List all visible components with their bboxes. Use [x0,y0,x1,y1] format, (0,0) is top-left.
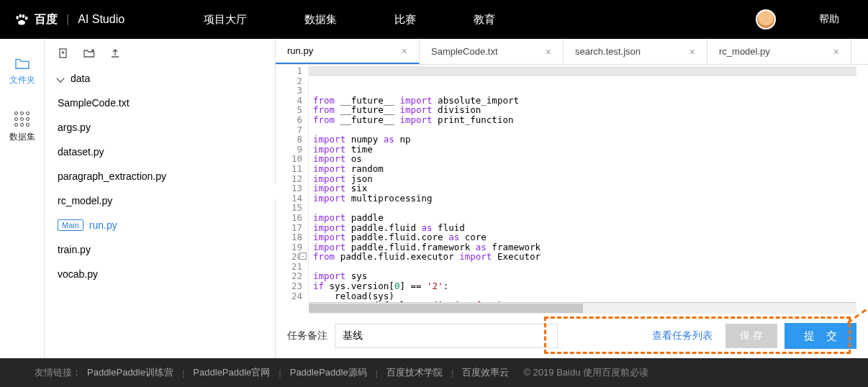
tree-file[interactable]: paragraph_extraction.py [58,164,262,188]
close-icon[interactable]: × [402,45,407,57]
nav-datasets[interactable]: 数据集 [304,13,337,27]
left-rail: 文件夹 数据集 [0,39,45,358]
submit-button[interactable]: 提 交 [785,323,856,349]
file-tree: data SampleCode.txt args.py dataset.py p… [45,66,275,286]
header: 百度 | AI Studio 项目大厅 数据集 比赛 教育 帮助 [0,0,868,39]
save-button[interactable]: 保 存 [725,324,777,348]
close-icon[interactable]: × [546,46,551,58]
code-content[interactable]: from __future__ import absolute_importfr… [309,65,868,302]
editor-area: ◀ run.py× SampleCode.txt× search.test.js… [275,39,868,358]
logo-studio-text: AI Studio [78,13,125,26]
footer-link[interactable]: PaddlePaddle源码 [290,366,367,379]
tree-file[interactable]: args.py [58,115,262,140]
tree-file[interactable]: rc_model.py [58,188,262,213]
view-tasks-link[interactable]: 查看任务列表 [646,329,718,342]
new-folder-icon[interactable] [83,47,95,59]
nav-projects[interactable]: 项目大厅 [204,13,247,27]
nav-education[interactable]: 教育 [474,13,495,27]
upload-icon[interactable] [109,47,121,59]
close-icon[interactable]: × [833,46,839,58]
file-sidebar: data SampleCode.txt args.py dataset.py p… [45,39,275,358]
baidu-paw-icon [14,13,29,26]
editor-tabs: run.py× SampleCode.txt× search.test.json… [276,39,868,65]
footer-link[interactable]: PaddlePaddle官网 [193,366,270,379]
tab-samplecode[interactable]: SampleCode.txt× [420,39,564,64]
scrollbar-thumb[interactable] [309,304,583,313]
tree-file[interactable]: dataset.py [58,140,262,164]
close-icon[interactable]: × [690,46,695,58]
footer-link[interactable]: PaddlePaddle训练营 [87,366,173,379]
footer-link[interactable]: 百度技术学院 [386,366,443,379]
logo-divider: | [66,13,69,26]
footer-copyright: © 2019 Baidu 使用百度前必读 [523,366,648,379]
grid-icon [14,111,30,127]
logo-baidu-text: 百度 [35,12,58,27]
rail-files-label: 文件夹 [9,74,35,86]
bottom-bar: 任务备注 查看任务列表 保 存 提 交 [276,314,868,358]
top-nav: 项目大厅 数据集 比赛 教育 [204,13,756,27]
main: 文件夹 数据集 data SampleCode.txt args.py data… [0,39,868,358]
tree-folder-data[interactable]: data [58,66,262,91]
tree-file[interactable]: SampleCode.txt [58,91,262,115]
tab-search-json[interactable]: search.test.json× [564,39,707,64]
tab-run-py[interactable]: run.py× [276,39,420,64]
svg-point-1 [19,14,22,18]
svg-point-2 [22,14,25,18]
tree-file-active[interactable]: Mainrun.py [58,213,262,237]
logo[interactable]: 百度 | AI Studio [14,12,125,27]
task-note-input[interactable] [335,324,558,348]
new-file-icon[interactable] [58,47,69,59]
rail-datasets-label: 数据集 [9,131,35,143]
code-editor[interactable]: 123456789101112131415161718192021222324 … [276,65,868,302]
footer-link[interactable]: 百度效率云 [462,366,509,379]
avatar[interactable] [756,9,776,29]
rail-files[interactable]: 文件夹 [9,57,35,86]
footer: 友情链接： PaddlePaddle训练营| PaddlePaddle官网| P… [0,358,868,387]
sidebar-toolbar [45,47,275,66]
footer-label: 友情链接： [35,366,81,379]
help-link[interactable]: 帮助 [819,13,839,26]
tree-file[interactable]: train.py [58,237,262,262]
fold-icon[interactable]: - [299,252,307,260]
main-badge: Main [58,219,83,231]
folder-icon [14,57,30,70]
svg-point-0 [16,16,19,19]
line-gutter: 123456789101112131415161718192021222324 [276,65,309,302]
nav-contests[interactable]: 比赛 [394,13,416,27]
chevron-down-icon [56,74,64,82]
line-highlight [309,66,856,76]
tree-file[interactable]: vocab.py [58,262,262,286]
rail-datasets[interactable]: 数据集 [9,111,35,143]
tab-rcmodel[interactable]: rc_model.py× [707,39,851,64]
task-note-label: 任务备注 [287,329,327,342]
svg-point-3 [25,17,28,20]
horizontal-scrollbar[interactable] [309,302,856,314]
